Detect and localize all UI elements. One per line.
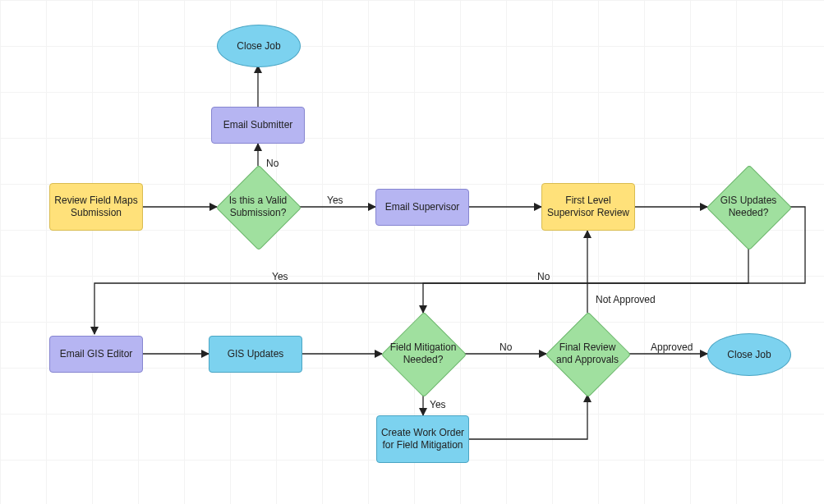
node-gis-updates: GIS Updates [209, 336, 302, 373]
node-label: GIS Updates [228, 348, 284, 360]
edge-createwo-to-final [469, 395, 587, 439]
edge-label-gis-no: No [537, 271, 550, 282]
node-label: Close Job [237, 40, 280, 52]
edge-label-valid-yes: Yes [327, 195, 343, 206]
node-field-mitigation-needed: Field Mitigation Needed? [382, 313, 464, 395]
node-review-submission: Review Field Maps Submission [49, 183, 143, 231]
node-label: Review Field Maps Submission [53, 195, 139, 219]
node-label: Is this a Valid Submission? [222, 195, 294, 219]
edge-label-approved: Approved [651, 341, 693, 353]
node-close-job-right: Close Job [707, 333, 791, 376]
node-email-submitter: Email Submitter [211, 107, 305, 144]
node-label: Create Work Order for Field Mitigation [380, 427, 465, 451]
node-label: Email Submitter [223, 119, 293, 131]
edge-label-valid-no: No [266, 158, 279, 169]
node-label: Final Review and Approvals [551, 341, 624, 366]
node-email-supervisor: Email Supervisor [375, 189, 469, 226]
node-valid-submission: Is this a Valid Submission? [217, 166, 299, 248]
edge-label-mit-yes: Yes [430, 399, 446, 410]
edge-label-gis-yes: Yes [272, 271, 288, 282]
node-label: Email GIS Editor [60, 348, 133, 360]
node-first-level-review: First Level Supervisor Review [541, 183, 635, 231]
node-final-review: Final Review and Approvals [546, 313, 628, 395]
node-create-work-order: Create Work Order for Field Mitigation [376, 415, 469, 463]
node-label: Email Supervisor [385, 201, 460, 213]
node-label: Close Job [727, 349, 771, 360]
node-label: GIS Updates Needed? [712, 195, 785, 219]
node-label: Field Mitigation Needed? [387, 341, 459, 366]
flow-diagram: Close Job Email Submitter Review Field M… [0, 0, 824, 504]
node-close-job-top: Close Job [217, 25, 301, 67]
edge-label-not-approved: Not Approved [596, 294, 656, 305]
node-email-gis-editor: Email GIS Editor [49, 336, 143, 373]
edge-label-mit-no: No [499, 341, 512, 353]
node-gis-updates-needed: GIS Updates Needed? [707, 166, 789, 248]
node-label: First Level Supervisor Review [545, 195, 631, 219]
